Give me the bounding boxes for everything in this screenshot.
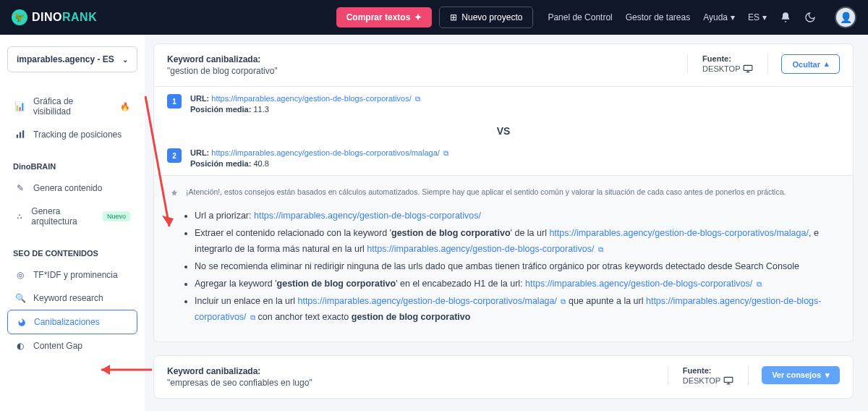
vs-label: VS <box>154 121 853 141</box>
sidebar-item-label: Genera arquitectura <box>31 206 95 226</box>
advice-link[interactable]: https://imparables.agency/gestion-de-blo… <box>525 279 752 289</box>
sidebar-item-gen-content[interactable]: ✎ Genera contenido <box>7 177 137 200</box>
pos-value-1: 11.3 <box>253 105 268 114</box>
sidebar-item-contentgap[interactable]: ◐ Content Gap <box>7 334 137 357</box>
sidebar-item-label: TF*IDF y prominencia <box>33 270 118 280</box>
lang-selector[interactable]: ES ▾ <box>748 12 767 22</box>
sparkle-icon: ✦ <box>414 12 422 22</box>
sidebar-heading-brain: DinoBRAIN <box>13 162 137 171</box>
sitemap-icon: ⛬ <box>14 211 24 221</box>
sidebar-item-tracking[interactable]: Tracking de posiciones <box>7 123 137 146</box>
sidebar-heading-seo: SEO DE CONTENIDOS <box>13 249 137 258</box>
ver-consejos-label: Ver consejos <box>772 370 821 379</box>
sidebar-item-canibalizaciones[interactable]: Canibalizaciones <box>7 310 137 334</box>
chevron-down-icon: ⌄ <box>122 56 128 64</box>
kw-label: Keyword canibalizada: <box>167 54 687 64</box>
fuente-label: Fuente: <box>702 54 753 63</box>
url-link-1[interactable]: https://imparables.agency/gestion-de-blo… <box>211 94 411 103</box>
advice-item: Url a priorizar: https://imparables.agen… <box>195 208 837 224</box>
svg-rect-0 <box>17 135 18 138</box>
sidebar-item-label: Genera contenido <box>33 183 102 193</box>
nav-panel[interactable]: Panel de Control <box>548 12 612 22</box>
topbar: 🦖 DINORANK Comprar textos ✦ ⊞ Nuevo proy… <box>0 0 868 35</box>
external-link-icon[interactable]: ⧉ <box>250 311 255 323</box>
moon-icon[interactable] <box>804 12 816 23</box>
caret-down-icon: ▾ <box>762 12 767 22</box>
pos-value-2: 40.8 <box>253 159 268 168</box>
external-link-icon[interactable]: ⧉ <box>598 243 603 255</box>
hide-button[interactable]: Ocultar ▴ <box>781 54 840 74</box>
svg-rect-2 <box>22 130 24 138</box>
url-link-2[interactable]: https://imparables.agency/gestion-de-blo… <box>211 148 440 157</box>
desktop-icon <box>743 64 753 73</box>
svg-rect-1 <box>20 132 21 138</box>
external-link-icon[interactable]: ⧉ <box>757 278 762 290</box>
ver-consejos-button[interactable]: Ver consejos ▾ <box>762 366 840 384</box>
cannibalization-card: Keyword canibalizada: "gestion de blog c… <box>153 43 854 342</box>
new-project-label: Nuevo proyecto <box>461 12 522 22</box>
sidebar-item-label: Gráfica de visibilidad <box>33 96 113 116</box>
nav-tasks[interactable]: Gestor de tareas <box>626 12 690 22</box>
logo[interactable]: 🦖 DINORANK <box>12 9 97 25</box>
bell-icon[interactable] <box>780 12 791 23</box>
advice-link[interactable]: https://imparables.agency/gestion-de-blo… <box>297 296 557 306</box>
url-label: URL: <box>190 148 209 157</box>
sidebar-item-visibility[interactable]: 📊 Gráfica de visibilidad 🔥 <box>7 90 137 123</box>
buy-texts-button[interactable]: Comprar textos ✦ <box>336 7 433 27</box>
target-icon: ◎ <box>14 270 26 280</box>
fuente-label: Fuente: <box>683 366 733 375</box>
sidebar-item-kwresearch[interactable]: 🔍 Keyword research <box>7 287 137 310</box>
brand-text-a: DINO <box>32 11 62 23</box>
plus-icon: ⊞ <box>450 12 457 22</box>
pin-icon <box>170 188 179 198</box>
advice-item: Extraer el contenido relacionado con la … <box>195 226 837 257</box>
kw-value: "gestion de blog corporativo" <box>167 66 687 76</box>
nav-help[interactable]: Ayuda ▾ <box>703 12 735 22</box>
advice-link[interactable]: https://imparables.agency/gestion-de-blo… <box>367 244 594 254</box>
desktop-icon <box>723 376 733 385</box>
circle-icon: ◐ <box>14 341 26 351</box>
caret-down-icon: ▾ <box>731 12 735 22</box>
advice-box: ¡Atención!, estos consejos están basados… <box>154 175 853 342</box>
url-number-badge: 2 <box>167 148 182 163</box>
pencil-icon: ✎ <box>14 183 26 193</box>
advice-item: Agregar la keyword 'gestion de blog corp… <box>195 276 837 292</box>
sidebar-item-label: Content Gap <box>33 341 82 351</box>
main-content: Keyword canibalizada: "gestion de blog c… <box>145 35 868 411</box>
advice-link[interactable]: https://imparables.agency/gestion-de-blo… <box>549 228 809 238</box>
sidebar-item-label: Canibalizaciones <box>34 317 100 327</box>
external-link-icon[interactable]: ⧉ <box>443 149 448 158</box>
brand-text-b: RANK <box>62 11 97 23</box>
fuente-value: DESKTOP <box>683 376 720 385</box>
sidebar-item-tfidf[interactable]: ◎ TF*IDF y prominencia <box>7 263 137 287</box>
caret-up-icon: ▴ <box>825 59 829 69</box>
flame-icon <box>15 317 27 327</box>
logo-icon: 🦖 <box>12 9 27 25</box>
pos-label: Posición media: <box>190 105 251 114</box>
sidebar-item-label: Keyword research <box>33 293 103 303</box>
sidebar-item-gen-arch[interactable]: ⛬ Genera arquitectura Nuevo <box>7 200 137 233</box>
caret-down-icon: ▾ <box>825 370 830 380</box>
magnify-icon: 🔍 <box>14 293 26 303</box>
chart-icon: 📊 <box>14 101 26 111</box>
external-link-icon[interactable]: ⧉ <box>415 95 420 103</box>
sidebar-item-label: Tracking de posiciones <box>33 130 122 140</box>
kw-label: Keyword canibalizada: <box>167 366 668 376</box>
cannibalization-card: Keyword canibalizada: "empresas de seo c… <box>153 355 854 399</box>
avatar[interactable]: 👤 <box>835 7 856 28</box>
bars-icon <box>14 130 26 140</box>
pos-label: Posición media: <box>190 159 251 168</box>
site-selector[interactable]: imparables.agency - ES ⌄ <box>7 46 137 72</box>
url-label: URL: <box>190 94 209 103</box>
hide-button-label: Ocultar <box>792 60 820 69</box>
advice-item: No se recomienda eliminar ni redirigir n… <box>195 259 837 274</box>
url-number-badge: 1 <box>167 94 182 109</box>
new-project-button[interactable]: ⊞ Nuevo proyecto <box>439 7 533 28</box>
fuente-value: DESKTOP <box>702 64 740 73</box>
svg-rect-4 <box>724 377 733 382</box>
advice-link[interactable]: https://imparables.agency/gestion-de-blo… <box>254 211 481 221</box>
buy-texts-label: Comprar textos <box>346 12 411 22</box>
badge-nuevo: Nuevo <box>103 211 130 221</box>
svg-rect-3 <box>744 65 753 70</box>
kw-value: "empresas de seo confiables en lugo" <box>167 378 668 388</box>
